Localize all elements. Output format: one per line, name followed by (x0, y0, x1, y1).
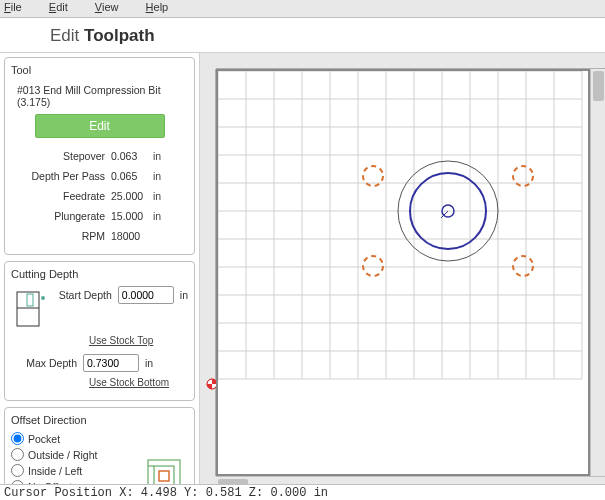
svg-point-43 (513, 256, 533, 276)
svg-rect-0 (17, 292, 39, 326)
design-canvas[interactable] (216, 69, 590, 476)
tool-panel-heading: Tool (11, 64, 188, 76)
offset-inside-label: Inside / Left (28, 465, 82, 477)
cutting-depth-heading: Cutting Depth (11, 268, 188, 280)
status-bar: Cursor Position X: 4.498 Y: 0.581 Z: 0.0… (0, 484, 605, 500)
offset-inside-radio[interactable] (11, 464, 24, 477)
max-depth-label: Max Depth (11, 357, 83, 369)
app-menubar: File Edit View Help (0, 0, 605, 18)
svg-rect-6 (159, 471, 169, 481)
use-stock-bottom-link[interactable]: Use Stock Bottom (89, 377, 169, 388)
max-depth-input[interactable] (83, 354, 139, 372)
cutting-depth-panel: Cutting Depth Start Depth in Use Stock T… (4, 261, 195, 401)
dpp-label: Depth Per Pass (11, 170, 111, 182)
feedrate-label: Feedrate (11, 190, 111, 202)
start-depth-label: Start Depth (51, 289, 118, 301)
stepover-label: Stepover (11, 150, 111, 162)
offset-direction-panel: Offset Direction Pocket Outside / Right … (4, 407, 195, 491)
vertical-scrollbar[interactable] (590, 69, 605, 476)
svg-point-3 (41, 296, 45, 300)
sidebar: Tool #013 End Mill Compression Bit (3.17… (0, 53, 200, 491)
feedrate-value: 25.000 (111, 190, 153, 202)
offset-heading: Offset Direction (11, 414, 188, 426)
offset-outside-radio[interactable] (11, 448, 24, 461)
menu-help[interactable]: Help (146, 1, 181, 13)
offset-pocket-label: Pocket (28, 433, 60, 445)
svg-rect-5 (154, 466, 174, 486)
menu-file[interactable]: File (4, 1, 34, 13)
plungerate-label: Plungerate (11, 210, 111, 222)
dpp-value: 0.065 (111, 170, 153, 182)
tool-panel: Tool #013 End Mill Compression Bit (3.17… (4, 57, 195, 255)
vertical-scroll-thumb[interactable] (593, 71, 604, 101)
rpm-value: 18000 (111, 230, 153, 242)
offset-pocket-radio[interactable] (11, 432, 24, 445)
depth-diagram-icon (13, 288, 47, 332)
viewport (200, 53, 605, 491)
use-stock-top-link[interactable]: Use Stock Top (89, 335, 153, 346)
menu-edit[interactable]: Edit (49, 1, 80, 13)
rpm-label: RPM (11, 230, 111, 242)
plungerate-value: 15.000 (111, 210, 153, 222)
edit-tool-button[interactable]: Edit (35, 114, 165, 138)
stepover-value: 0.063 (111, 150, 153, 162)
svg-point-42 (363, 256, 383, 276)
offset-outside-label: Outside / Right (28, 449, 97, 461)
start-depth-input[interactable] (118, 286, 174, 304)
svg-rect-2 (27, 294, 33, 306)
menu-view[interactable]: View (95, 1, 131, 13)
ruler-vertical (200, 69, 216, 476)
ruler-horizontal (216, 53, 605, 69)
page-title: Edit Toolpath (0, 18, 605, 53)
tool-description: #013 End Mill Compression Bit (3.175) (11, 82, 188, 114)
